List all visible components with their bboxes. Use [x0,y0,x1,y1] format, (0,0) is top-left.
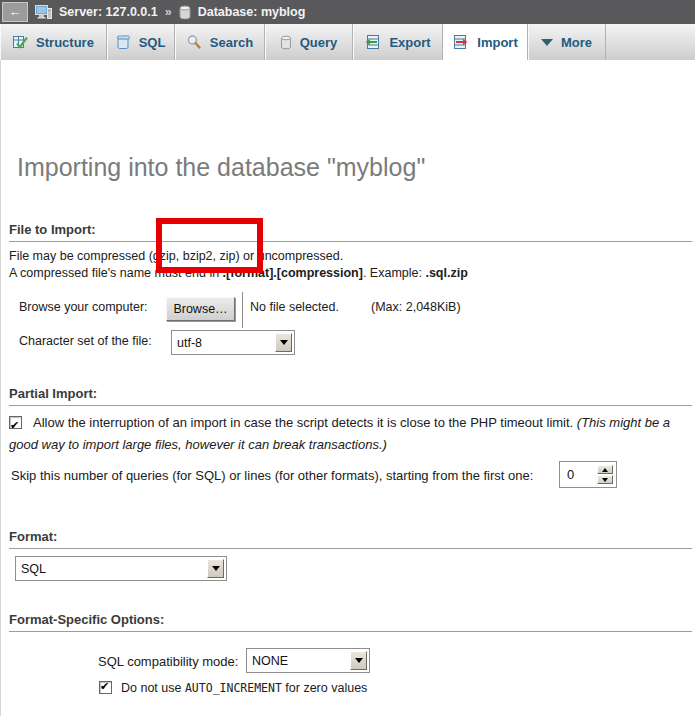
compression-note-line1: File may be compressed (gzip, bzip2, zip… [9,249,343,263]
autoinc-checkbox[interactable] [99,681,112,694]
tabbar-filler [606,24,695,60]
phpmyadmin-import-page: ← Server: 127.0.0.1 » Database: myblog S… [0,0,695,716]
breadcrumb-separator: » [165,5,172,19]
export-icon [364,34,381,50]
allow-interruption-text: Allow the interruption of an import in c… [33,415,577,430]
skip-queries-input[interactable]: 0 [559,461,617,488]
sql-compat-label: SQL compatibility mode: [98,654,238,669]
max-size-text: (Max: 2,048KiB) [371,300,461,314]
tab-import[interactable]: Import [443,24,528,60]
tab-search-label: Search [210,35,253,50]
skip-queries-label: Skip this number of queries (for SQL) or… [11,468,533,483]
breadcrumb-server[interactable]: Server: 127.0.0.1 [59,5,158,19]
main-content: Importing into the database "myblog" Fil… [0,60,695,716]
breadcrumb-database[interactable]: Database: myblog [198,5,306,19]
sql-compat-select[interactable]: NONE [246,648,370,673]
tab-query-label: Query [300,35,338,50]
import-icon [452,34,469,50]
format-select[interactable]: SQL [15,556,227,581]
browse-label: Browse your computer: [19,300,148,314]
tab-export[interactable]: Export [353,24,443,60]
tab-bar: Structure SQL Search Query Export [0,24,695,60]
back-button[interactable]: ← [2,2,28,22]
section-title-format-specific: Format-Specific Options: [9,612,692,632]
breadcrumb-bar: ← Server: 127.0.0.1 » Database: myblog [0,0,695,24]
no-file-selected-text: No file selected. [250,300,339,314]
database-icon [179,5,191,20]
autoinc-text-prefix: Do not use [121,681,185,695]
spinner-buttons [597,465,613,484]
tab-export-label: Export [389,35,430,50]
sql-compat-select-arrow-icon[interactable] [350,651,367,670]
skip-queries-value: 0 [567,467,574,482]
autoinc-code: AUTO_INCREMENT [185,681,282,695]
more-chevron-icon [541,39,553,46]
charset-select-value: utf-8 [177,336,202,350]
sql-compat-select-value: NONE [252,654,288,668]
file-input-divider [242,292,243,328]
charset-label: Character set of the file: [19,334,152,348]
tab-import-label: Import [477,35,517,50]
server-icon [35,4,52,20]
spinner-up-icon[interactable] [597,465,613,474]
format-select-arrow-icon[interactable] [207,559,224,578]
tab-sql[interactable]: SQL [107,24,175,60]
structure-icon [12,34,28,50]
section-title-format: Format: [9,529,692,549]
compression-note: File may be compressed (gzip, bzip2, zip… [9,248,468,281]
tab-sql-label: SQL [139,35,166,50]
tab-structure[interactable]: Structure [0,24,107,60]
tab-structure-label: Structure [36,35,94,50]
page-title: Importing into the database "myblog" [17,153,425,182]
charset-select-arrow-icon[interactable] [275,333,292,352]
tab-search[interactable]: Search [175,24,265,60]
allow-interruption-checkbox[interactable] [9,416,22,429]
query-icon [280,35,292,50]
compression-note-example: .sql.zip [425,266,467,280]
compression-note-mid: . Example: [363,266,426,280]
autoinc-row: Do not use AUTO_INCREMENT for zero value… [99,681,367,695]
search-icon [186,34,202,50]
autoinc-text-suffix: for zero values [282,681,367,695]
spinner-down-icon[interactable] [597,475,613,484]
tab-more-label: More [561,35,592,50]
compression-note-format: .[format].[compression] [223,266,363,280]
section-title-file-to-import: File to Import: [9,222,692,242]
format-select-value: SQL [21,562,46,576]
browse-button[interactable]: Browse… [166,297,235,321]
allow-interruption-row: Allow the interruption of an import in c… [9,412,688,455]
compression-note-line2-prefix: A compressed file's name must end in [9,266,223,280]
section-title-partial-import: Partial Import: [9,386,692,406]
charset-select[interactable]: utf-8 [171,330,295,355]
tab-more[interactable]: More [528,24,606,60]
tab-query[interactable]: Query [265,24,353,60]
sql-icon [116,34,131,50]
